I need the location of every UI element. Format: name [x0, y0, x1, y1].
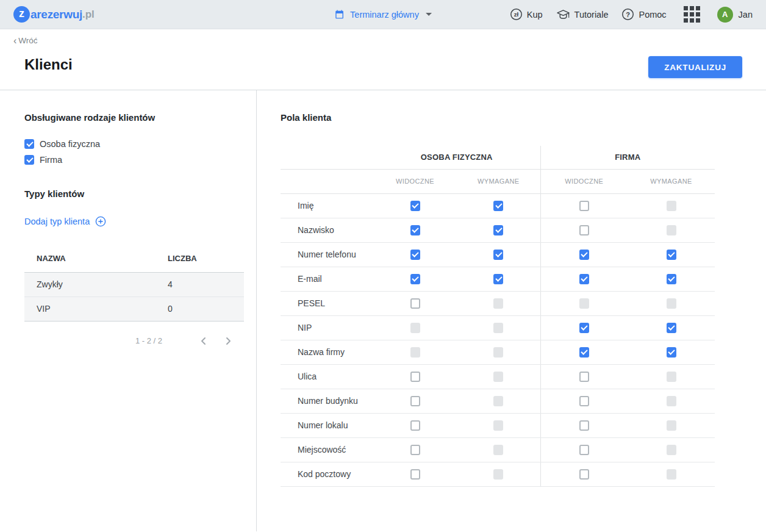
client-type-row[interactable]: Zwykły4 — [24, 272, 244, 297]
field-checkbox-cell — [540, 462, 628, 486]
plus-circle-icon — [95, 216, 106, 227]
fields-panel: Pola klienta OSOBA FIZYCZNA FIRMA WIDOCZ… — [257, 90, 766, 531]
checkbox-checked[interactable] — [579, 250, 589, 260]
checkbox-unchecked[interactable] — [579, 445, 589, 455]
checkbox-unchecked[interactable] — [410, 445, 420, 455]
checkbox-checked[interactable] — [410, 250, 420, 260]
option-firma[interactable]: Firma — [24, 152, 244, 168]
help-button[interactable]: ? Pomoc — [621, 8, 666, 21]
field-checkbox-cell — [540, 218, 628, 242]
field-label: Imię — [281, 193, 373, 218]
field-checkbox-cell — [373, 218, 457, 242]
pagination-next-button[interactable] — [221, 334, 235, 348]
field-label: NIP — [281, 315, 373, 340]
app-logo[interactable]: z arezerwuj .pl — [13, 6, 95, 23]
field-row: Numer budynku — [281, 389, 715, 413]
field-label: Miejscowość — [281, 437, 373, 462]
checkbox-checked[interactable] — [667, 274, 676, 284]
update-button[interactable]: ZAKTUALIZUJ — [648, 56, 742, 78]
apps-grid-icon[interactable] — [684, 6, 700, 23]
field-row: Miejscowość — [281, 437, 715, 462]
checkbox-unchecked[interactable] — [410, 372, 420, 382]
checkbox-checked[interactable] — [410, 225, 420, 235]
field-label: Ulica — [281, 364, 373, 389]
avatar[interactable]: A — [717, 7, 733, 23]
checkbox-unchecked[interactable] — [579, 201, 589, 211]
checkbox-disabled — [493, 445, 503, 455]
checkbox-checked[interactable] — [493, 225, 503, 235]
tutorials-button[interactable]: Tutoriale — [556, 8, 609, 21]
subheader-widoczne-firma: WIDOCZNE — [540, 169, 628, 193]
checkbox-checked[interactable] — [24, 155, 34, 165]
user-name[interactable]: Jan — [739, 10, 753, 20]
page-header: ‹ Wróć Klienci ZAKTUALIZUJ — [0, 29, 766, 90]
checkbox-unchecked[interactable] — [410, 420, 420, 431]
field-checkbox-cell — [373, 413, 457, 437]
client-types-table-body: Zwykły4VIP0 — [24, 272, 244, 321]
checkbox-checked[interactable] — [579, 323, 589, 333]
graduation-cap-icon — [556, 8, 570, 21]
subheader-wymagane-of: WYMAGANE — [457, 169, 540, 193]
field-checkbox-cell — [540, 315, 628, 340]
checkbox-unchecked[interactable] — [579, 396, 589, 406]
logo-z-icon: z — [13, 6, 30, 23]
schedule-selector[interactable]: Terminarz główny — [334, 9, 432, 20]
checkbox-disabled — [493, 347, 503, 358]
field-checkbox-cell — [373, 340, 457, 364]
checkbox-disabled — [493, 420, 503, 431]
group-header-osoba-fizyczna: OSOBA FIZYCZNA — [373, 146, 540, 169]
field-checkbox-cell — [540, 291, 628, 315]
checkbox-checked[interactable] — [667, 347, 676, 358]
field-row: Numer telefonu — [281, 242, 715, 267]
field-row: E-mail — [281, 267, 715, 291]
checkbox-unchecked[interactable] — [579, 372, 589, 382]
field-checkbox-cell — [457, 340, 540, 364]
checkbox-disabled — [579, 298, 589, 309]
field-label: Numer budynku — [281, 389, 373, 413]
group-header-firma: FIRMA — [540, 146, 715, 169]
checkbox-unchecked[interactable] — [410, 396, 420, 406]
back-link[interactable]: ‹ Wróć — [13, 36, 38, 45]
checkbox-disabled — [667, 420, 676, 431]
checkbox-disabled — [493, 469, 503, 480]
field-checkbox-cell — [457, 315, 540, 340]
field-label: Nazwisko — [281, 218, 373, 242]
field-checkbox-cell — [373, 364, 457, 389]
field-checkbox-cell — [628, 218, 715, 242]
checkbox-checked[interactable] — [493, 274, 503, 284]
checkbox-unchecked[interactable] — [410, 298, 420, 309]
pagination-prev-button[interactable] — [196, 334, 211, 348]
option-osoba-fizyczna[interactable]: Osoba fizyczna — [24, 136, 244, 152]
checkbox-disabled — [667, 372, 676, 382]
checkbox-unchecked[interactable] — [410, 469, 420, 480]
checkbox-unchecked[interactable] — [579, 225, 589, 235]
field-label: PESEL — [281, 291, 373, 315]
checkbox-checked[interactable] — [667, 323, 676, 333]
field-label: Numer lokalu — [281, 413, 373, 437]
checkbox-checked[interactable] — [667, 250, 676, 260]
checkbox-disabled — [667, 469, 676, 480]
question-mark-icon: ? — [621, 8, 634, 21]
field-checkbox-cell — [373, 315, 457, 340]
add-client-type-link[interactable]: Dodaj typ klienta — [24, 216, 106, 227]
checkbox-unchecked[interactable] — [579, 420, 589, 431]
field-checkbox-cell — [628, 364, 715, 389]
client-types-table: NAZWA LICZBA Zwykły4VIP0 — [24, 251, 244, 322]
checkbox-unchecked[interactable] — [579, 469, 589, 480]
checkbox-checked[interactable] — [410, 201, 420, 211]
buy-button[interactable]: zł Kup — [510, 8, 543, 21]
checkbox-checked[interactable] — [493, 250, 503, 260]
fields-table-body: ImięNazwiskoNumer telefonuE-mailPESELNIP… — [281, 193, 715, 486]
field-label: Nazwa firmy — [281, 340, 373, 364]
checkbox-checked[interactable] — [410, 274, 420, 284]
client-type-row[interactable]: VIP0 — [24, 297, 244, 321]
checkbox-checked[interactable] — [579, 347, 589, 358]
field-checkbox-cell — [457, 364, 540, 389]
field-checkbox-cell — [628, 193, 715, 218]
checkbox-checked[interactable] — [579, 274, 589, 284]
checkbox-checked[interactable] — [493, 201, 503, 211]
field-label: E-mail — [281, 267, 373, 291]
checkbox-checked[interactable] — [24, 139, 34, 149]
help-label: Pomoc — [639, 10, 666, 20]
checkbox-disabled — [493, 396, 503, 406]
